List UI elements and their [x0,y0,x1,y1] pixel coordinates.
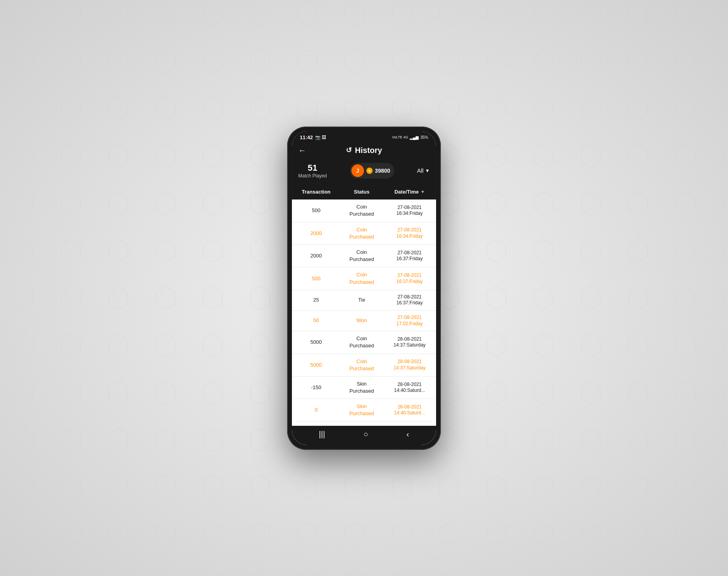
table-row: 5000Coin Purchased28-08-2021 14:37:Satur… [292,354,436,376]
history-table: Transaction Status Date/Time ▼ 500Coin P… [292,184,436,425]
filter-label: All [417,167,423,174]
table-row: -200Skin Purchased31-08-2021 09:56:Tuesd… [292,421,436,425]
table-row: 500Coin Purchased27-08-2021 16:37:Friday [292,267,436,290]
table-row: 50Won27-08-2021 17:02:Friday [292,310,436,331]
status-bar-left: 11:42 📷 🖼 [300,134,326,140]
status-cell: Coin Purchased [340,222,383,244]
status-cell: Coin Purchased [340,267,383,290]
status-icons-right: VoLTE 4G ▂▄▆ 35% [392,135,428,140]
status-cell: Coin Purchased [340,245,383,267]
table-row: 2000Coin Purchased27-08-2021 16:37:Frida… [292,245,436,267]
top-nav: ← ↺ History [292,142,436,160]
table-body: 500Coin Purchased27-08-2021 16:34:Friday… [292,199,436,425]
transaction-cell: 2000 [292,245,340,267]
datetime-cell: 31-08-2021 09:56:Tuesd... [383,421,436,425]
datetime-cell: 28-08-2021 14:40:Saturd... [383,376,436,399]
table-row: 500Coin Purchased27-08-2021 16:34:Friday [292,199,436,222]
user-coins-widget: J ● 39800 [350,163,394,179]
match-played: 51 Match Played [298,163,327,179]
coin-amount: 39800 [375,168,390,174]
datetime-cell: 27-08-2021 16:34:Friday [383,199,436,222]
datetime-cell: 27-08-2021 16:34:Friday [383,222,436,244]
status-icons-left: 📷 🖼 [315,135,326,140]
transaction-cell: 5000 [292,331,340,354]
datetime-cell: 27-08-2021 17:02:Friday [383,310,436,331]
datetime-cell: 28-08-2021 14:40:Saturd... [383,399,436,421]
datetime-cell: 28-08-2021 14:37:Saturday [383,331,436,354]
nav-title: ↺ History [346,146,382,155]
datetime-cell: 27-08-2021 16:37:Friday [383,267,436,290]
sort-icon: ▼ [421,190,425,194]
coin-icon: ● [366,168,373,174]
transaction-cell: -200 [292,421,340,425]
transaction-cell: 50 [292,310,340,331]
status-cell: Tie [340,290,383,310]
status-time: 11:42 [300,134,313,140]
table-container[interactable]: Transaction Status Date/Time ▼ 500Coin P… [292,184,436,425]
col-datetime[interactable]: Date/Time ▼ [383,184,436,199]
datetime-cell: 27-08-2021 16:37:Friday [383,245,436,267]
status-cell: Coin Purchased [340,354,383,376]
menu-button[interactable]: ||| [319,430,325,439]
status-cell: Skin Purchased [340,376,383,399]
col-transaction: Transaction [292,184,340,199]
transaction-cell: 0 [292,399,340,421]
chevron-down-icon: ▼ [425,168,430,173]
transaction-cell: 2000 [292,222,340,244]
transaction-cell: 500 [292,199,340,222]
phone-wrapper: 11:42 📷 🖼 VoLTE 4G ▂▄▆ 35% ← ↺ History [287,127,441,450]
match-number: 51 [298,163,327,173]
history-icon: ↺ [346,146,352,155]
col-status: Status [340,184,383,199]
battery-text: 35% [420,135,428,140]
status-cell: Coin Purchased [340,331,383,354]
home-button[interactable]: ○ [363,430,368,439]
phone-screen: 11:42 📷 🖼 VoLTE 4G ▂▄▆ 35% ← ↺ History [292,131,436,445]
transaction-cell: 5000 [292,354,340,376]
datetime-cell: 28-08-2021 14:37:Saturday [383,354,436,376]
table-row: 0Skin Purchased28-08-2021 14:40:Saturd..… [292,399,436,421]
status-cell: Coin Purchased [340,199,383,222]
match-label: Match Played [298,173,327,179]
transaction-cell: 25 [292,290,340,310]
signal-text: VoLTE 4G [392,135,408,139]
table-header: Transaction Status Date/Time ▼ [292,184,436,199]
back-nav-button[interactable]: ‹ [407,430,409,439]
status-cell: Skin Purchased [340,399,383,421]
table-row: 5000Coin Purchased28-08-2021 14:37:Satur… [292,331,436,354]
bottom-nav-bar: ||| ○ ‹ [292,426,436,445]
phone-device: 11:42 📷 🖼 VoLTE 4G ▂▄▆ 35% ← ↺ History [287,127,441,450]
table-row: 2000Coin Purchased27-08-2021 16:34:Frida… [292,222,436,244]
page-title: History [355,146,382,155]
transaction-cell: -150 [292,376,340,399]
transaction-cell: 500 [292,267,340,290]
filter-dropdown[interactable]: All ▼ [417,167,430,174]
signal-bars: ▂▄▆ [410,135,419,140]
phone-notch [338,132,390,141]
col-datetime-label: Date/Time [394,189,419,195]
status-cell: Won [340,310,383,331]
datetime-cell: 27-08-2021 16:37:Friday [383,290,436,310]
table-row: -150Skin Purchased28-08-2021 14:40:Satur… [292,376,436,399]
back-button[interactable]: ← [298,146,306,155]
table-row: 25Tie27-08-2021 16:37:Friday [292,290,436,310]
user-avatar: J [351,164,364,177]
status-cell: Skin Purchased [340,421,383,425]
info-row: 51 Match Played J ● 39800 All ▼ [292,160,436,185]
